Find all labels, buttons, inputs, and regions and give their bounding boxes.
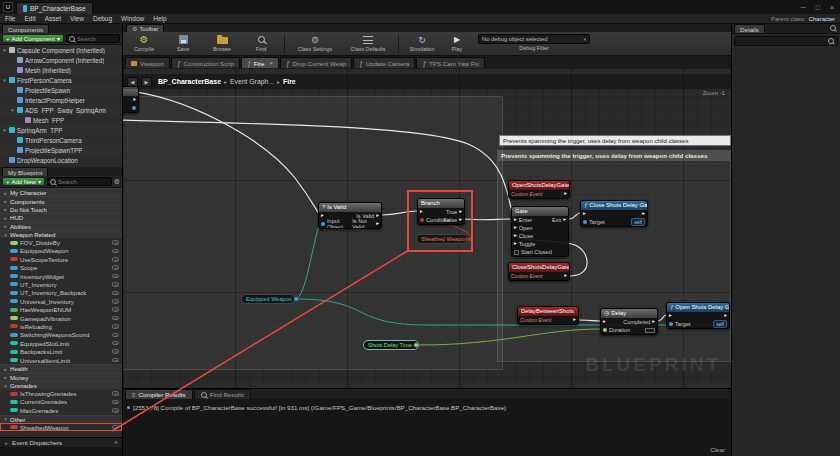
expand-icon[interactable]: [3, 366, 8, 372]
expand-icon[interactable]: [3, 232, 8, 238]
object-pin[interactable]: [294, 297, 298, 301]
variable-row[interactable]: EquippedWeapon: [0, 247, 122, 255]
category-grenades[interactable]: Grenades: [0, 381, 122, 389]
pin-row[interactable]: ▸Toggle: [512, 240, 568, 248]
window-document-tab[interactable]: BP_CharacterBase: [16, 2, 93, 14]
category-components[interactable]: Components: [0, 196, 122, 204]
component-row[interactable]: InteractPromptHelper: [0, 95, 122, 105]
variable-row[interactable]: UT_Inventory: [0, 280, 122, 288]
component-row[interactable]: ProjectileSpawnTPP: [0, 145, 122, 155]
exec-out-pin[interactable]: ▸: [376, 221, 379, 227]
menu-file[interactable]: File: [5, 15, 15, 22]
node-delay[interactable]: ◷Delay ▸Completed▸ Duration: [600, 308, 658, 335]
pin-row[interactable]: ▸Close: [512, 232, 568, 240]
pin-row[interactable]: Custom Event▸: [509, 190, 569, 198]
pin-row[interactable]: ConditionFalse▸: [418, 216, 464, 224]
category-hud[interactable]: HUD: [0, 213, 122, 221]
simulation-button[interactable]: ↻Simulation: [406, 34, 438, 52]
expand-icon[interactable]: [3, 215, 8, 221]
tab-find-results[interactable]: Find Results: [194, 389, 251, 399]
event-graph-canvas[interactable]: Prevents spamming the trigger, uses dela…: [123, 68, 731, 388]
variable-row[interactable]: CurrentGrenades: [0, 398, 122, 406]
tab-compiler-results[interactable]: ≡Compiler Results: [125, 389, 193, 399]
component-row[interactable]: Capsule Component (Inherited): [0, 45, 122, 55]
exec-out-pin[interactable]: ▸: [564, 273, 567, 279]
visibility-eye-icon[interactable]: [112, 349, 119, 354]
expand-icon[interactable]: [2, 77, 7, 83]
tab-tps-cam-yaw-fix[interactable]: ƒTPS Cam Yaw Fix: [416, 57, 485, 68]
browse-button[interactable]: Browse: [206, 34, 238, 52]
play-button[interactable]: ▶Play: [445, 34, 469, 52]
add-component-button[interactable]: +Add Component▾: [2, 34, 64, 43]
visibility-eye-icon[interactable]: [112, 316, 119, 321]
expand-icon[interactable]: [3, 416, 8, 422]
search-icon[interactable]: [830, 25, 836, 31]
variable-row[interactable]: Scope: [0, 264, 122, 272]
node-close-shots-delay-gate-event[interactable]: CloseShotsDelayGate Custom Event▸: [508, 262, 570, 281]
exec-out-pin[interactable]: ▸: [642, 211, 645, 217]
visibility-eye-icon[interactable]: [112, 408, 119, 413]
exec-in-pin[interactable]: ▸: [603, 319, 606, 325]
float-pin[interactable]: [603, 328, 607, 332]
pin-row[interactable]: Custom Event▸: [518, 316, 578, 324]
menu-help[interactable]: Help: [153, 15, 166, 22]
pin-row[interactable]: ▸: [123, 96, 138, 104]
variable-row[interactable]: MaxGrenades: [0, 406, 122, 414]
close-tab-icon[interactable]: ×: [269, 60, 273, 66]
variable-row[interactable]: IsThrowingGrenades: [0, 389, 122, 397]
nav-back-button[interactable]: ◀: [127, 77, 138, 87]
exec-in-pin[interactable]: ▸: [514, 233, 517, 239]
exec-out-pin[interactable]: ▸: [724, 313, 727, 319]
details-search[interactable]: [734, 36, 838, 46]
nav-forward-button[interactable]: ▶: [141, 77, 152, 87]
visibility-eye-icon[interactable]: [112, 282, 119, 287]
component-row[interactable]: ProjectileSpawn: [0, 85, 122, 95]
exec-in-pin[interactable]: ▸: [583, 211, 586, 217]
pin-row[interactable]: Input ObjectIs Not Valid▸: [319, 220, 381, 228]
variable-row[interactable]: HasWeaponENUM: [0, 305, 122, 313]
tab-toolbar[interactable]: ⚙Toolbar: [126, 24, 164, 32]
tab-components[interactable]: Components: [2, 24, 49, 33]
expand-icon[interactable]: [3, 383, 8, 389]
variable-row[interactable]: isReloading: [0, 322, 122, 330]
node-branch[interactable]: Branch ▸True▸ ConditionFalse▸: [417, 198, 465, 225]
tab-details[interactable]: Details: [734, 24, 765, 33]
variable-row[interactable]: UseScopeTexture: [0, 255, 122, 263]
object-pin[interactable]: [669, 322, 673, 326]
getter-shots-delay-time[interactable]: Shots Delay Time: [363, 340, 419, 350]
breadcrumb-root[interactable]: BP_CharacterBase: [158, 78, 221, 85]
node-close-shots-delay-gate-call[interactable]: ƒClose Shots Delay Gate ▸▸ Targetself: [580, 200, 648, 227]
variable-row[interactable]: GamepadVibration: [0, 314, 122, 322]
node-is-valid[interactable]: ?Is Valid ▸Is Valid▸ Input ObjectIs Not …: [318, 202, 382, 229]
pin-row[interactable]: Start Closed: [512, 248, 568, 256]
bre adcrumb-fire[interactable]: Fire: [283, 78, 296, 85]
visibility-eye-icon[interactable]: [112, 274, 119, 279]
expand-icon[interactable]: [3, 198, 8, 204]
exec-in-pin[interactable]: ▸: [669, 313, 672, 319]
tab-construction-script[interactable]: ƒConstruction Scrip: [171, 57, 240, 68]
category-do-not-touch[interactable]: Do Not Touch: [0, 205, 122, 213]
exec-out-pin[interactable]: ▸: [573, 317, 576, 323]
exec-out-pin[interactable]: ▸: [652, 319, 655, 325]
compiler-log-line[interactable]: [2553.78] Compile of BP_CharacterBase su…: [123, 399, 731, 416]
menu-window[interactable]: Window: [121, 15, 144, 22]
debug-object-dropdown[interactable]: No debug object selected▾: [478, 34, 590, 44]
my-blueprint-search[interactable]: [47, 177, 112, 186]
visibility-eye-icon[interactable]: [112, 391, 119, 396]
variable-row[interactable]: UT_Inventory_Backpack: [0, 289, 122, 297]
filter-gear-icon[interactable]: ⚙: [114, 178, 120, 186]
pin-row[interactable]: ▸EnterExit▸: [512, 216, 568, 224]
visibility-eye-icon[interactable]: [112, 299, 119, 304]
class-settings-button[interactable]: ⚙Class Settings: [292, 34, 338, 52]
component-row[interactable]: Mesh (Inherited): [0, 65, 122, 75]
pin-row[interactable]: ▸▸: [667, 312, 729, 320]
visibility-eye-icon[interactable]: [112, 307, 119, 312]
tab-my-blueprint[interactable]: My Blueprint: [2, 167, 48, 176]
variable-row[interactable]: EquippedSlotLimit: [0, 339, 122, 347]
visibility-eye-icon[interactable]: [112, 240, 119, 245]
variable-row[interactable]: UniversalItemLimit: [0, 356, 122, 364]
my-blueprint-search-input[interactable]: [58, 179, 109, 185]
find-button[interactable]: Find: [245, 34, 277, 52]
breadcrumb-event-graph[interactable]: Event Graph ..: [230, 78, 274, 85]
exec-out-pin[interactable]: ▸: [564, 191, 567, 197]
